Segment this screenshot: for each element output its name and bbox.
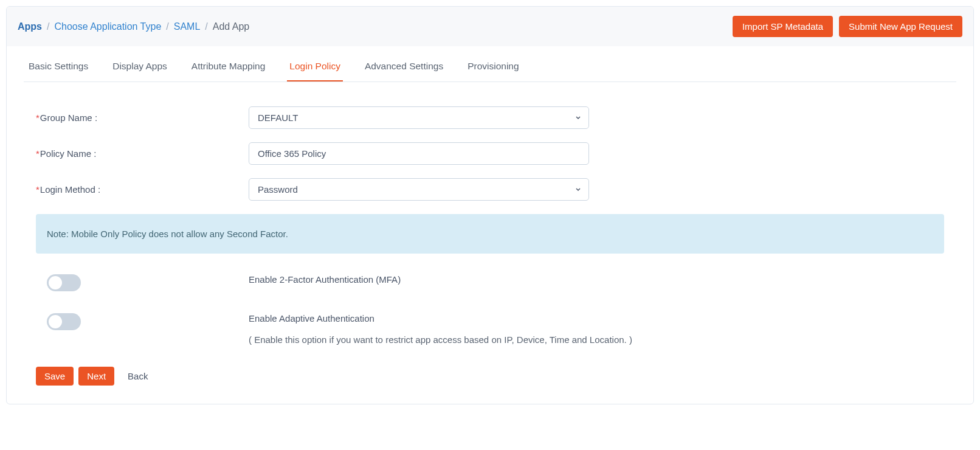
label-group-name: *Group Name : [36,112,249,123]
page-card: Apps / Choose Application Type / SAML / … [6,6,974,404]
label-enable-mfa: Enable 2-Factor Authentication (MFA) [249,274,944,285]
save-button[interactable]: Save [36,367,74,386]
label-login-method: *Login Method : [36,184,249,195]
back-button[interactable]: Back [119,367,156,386]
alert-mobile-policy-note: Note: Mobile Only Policy does not allow … [36,214,944,254]
breadcrumb: Apps / Choose Application Type / SAML / … [18,21,249,32]
form-area: *Group Name : DEFAULT *Policy Name : [24,106,956,392]
row-enable-adaptive: Enable Adaptive Authentication ( Enable … [36,313,944,345]
label-policy-name: *Policy Name : [36,148,249,159]
breadcrumb-sep: / [205,21,207,32]
row-policy-name: *Policy Name : [36,142,944,165]
breadcrumb-sep: / [166,21,168,32]
toggle-enable-mfa[interactable] [47,274,81,291]
row-group-name: *Group Name : DEFAULT [36,106,944,129]
tabs: Basic Settings Display Apps Attribute Ma… [24,54,956,82]
select-login-method[interactable]: Password [249,178,589,201]
tab-attribute-mapping[interactable]: Attribute Mapping [189,54,268,81]
breadcrumb-choose-type[interactable]: Choose Application Type [54,21,161,32]
sublabel-enable-adaptive: ( Enable this option if you want to rest… [249,334,944,345]
row-login-method: *Login Method : Password [36,178,944,201]
tab-basic-settings[interactable]: Basic Settings [26,54,91,81]
toggle-enable-adaptive[interactable] [47,313,81,330]
card-body: Basic Settings Display Apps Attribute Ma… [7,46,973,404]
breadcrumb-saml[interactable]: SAML [174,21,201,32]
tab-display-apps[interactable]: Display Apps [110,54,170,81]
row-enable-mfa: Enable 2-Factor Authentication (MFA) [36,274,944,291]
label-enable-adaptive: Enable Adaptive Authentication [249,313,944,324]
input-policy-name[interactable] [249,142,589,165]
import-metadata-button[interactable]: Import SP Metadata [733,16,833,37]
tab-provisioning[interactable]: Provisioning [465,54,521,81]
select-group-name[interactable]: DEFAULT [249,106,589,129]
card-header: Apps / Choose Application Type / SAML / … [7,7,973,46]
next-button[interactable]: Next [78,367,114,386]
breadcrumb-current: Add App [213,21,250,32]
header-actions: Import SP Metadata Submit New App Reques… [733,16,962,37]
footer-actions: Save Next Back [36,367,944,386]
submit-new-app-button[interactable]: Submit New App Request [839,16,962,37]
tab-login-policy[interactable]: Login Policy [287,54,343,81]
tab-advanced-settings[interactable]: Advanced Settings [362,54,446,81]
breadcrumb-sep: / [47,21,49,32]
breadcrumb-apps[interactable]: Apps [18,21,42,32]
